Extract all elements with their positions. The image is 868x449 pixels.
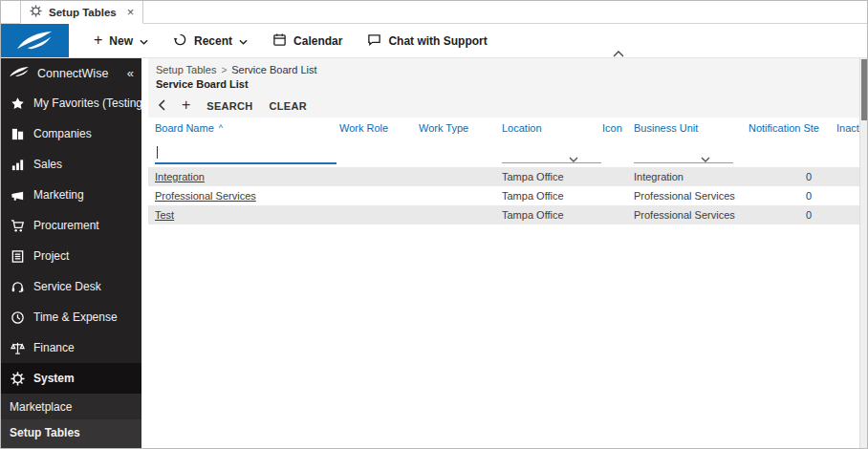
sidebar-item-label: Sales	[33, 158, 62, 171]
chevron-down-icon	[140, 34, 148, 48]
bar-chart-icon	[10, 158, 25, 172]
connectwise-icon	[9, 66, 30, 81]
breadcrumb-current: Service Board List	[231, 64, 316, 75]
sidebar-item-label: Service Desk	[33, 280, 101, 293]
sidebar-item-finance[interactable]: Finance	[0, 332, 141, 363]
scrollbar-thumb[interactable]	[861, 59, 868, 120]
sidebar-item-system[interactable]: System	[0, 363, 141, 394]
sidebar-item-marketplace[interactable]: Marketplace	[0, 394, 141, 419]
column-icon[interactable]: Icon	[602, 122, 634, 134]
text-caret	[157, 146, 158, 159]
board-link[interactable]: Integration	[155, 171, 205, 182]
location-filter-select[interactable]	[502, 142, 601, 163]
add-icon[interactable]: +	[182, 97, 190, 113]
column-business-unit[interactable]: Business Unit	[634, 122, 737, 134]
sidebar-filler	[0, 445, 141, 449]
cell-location: Tampa Office	[502, 190, 602, 202]
calendar-button[interactable]: Calendar	[272, 32, 342, 50]
table-row: Integration Tampa Office Integration 0	[148, 167, 859, 186]
sidebar-item-sales[interactable]: Sales	[0, 149, 141, 180]
chevron-down-icon	[239, 34, 248, 48]
cell-notification-steps: 0	[737, 209, 819, 221]
star-icon	[10, 96, 25, 111]
breadcrumb: Setup Tables > Service Board List	[148, 64, 859, 75]
board-name-filter-input[interactable]	[155, 141, 336, 164]
sidebar-item-procurement[interactable]: Procurement	[0, 210, 141, 241]
recent-label: Recent	[194, 34, 232, 48]
filter-row	[148, 139, 859, 167]
cart-icon	[10, 219, 25, 233]
scales-icon	[10, 341, 25, 355]
sidebar-item-marketing[interactable]: Marketing	[0, 180, 141, 210]
table-header: Board Name^ Work Role Work Type Location…	[148, 118, 859, 139]
calendar-label: Calendar	[293, 34, 342, 48]
sidebar-item-companies[interactable]: Companies	[0, 118, 141, 149]
clock-icon	[10, 310, 25, 325]
column-work-type[interactable]: Work Type	[419, 122, 502, 134]
sidebar-item-service-desk[interactable]: Service Desk	[0, 271, 141, 302]
browser-tabbar: Setup Tables ×	[0, 0, 868, 24]
collapse-sidebar-icon[interactable]: «	[127, 66, 134, 80]
headset-icon	[10, 280, 25, 294]
gear-icon	[10, 372, 25, 386]
clear-button[interactable]: CLEAR	[270, 100, 307, 112]
plus-icon: +	[94, 32, 102, 48]
content-header: Setup Tables > Service Board List Servic…	[148, 58, 859, 118]
cell-location: Tampa Office	[502, 171, 602, 182]
column-label: Board Name	[155, 122, 214, 134]
sidebar-brand-label: ConnectWise	[37, 67, 108, 80]
cell-notification-steps: 0	[737, 190, 819, 202]
sidebar-item-project[interactable]: Project	[0, 241, 141, 271]
chat-support-button[interactable]: Chat with Support	[367, 32, 487, 50]
sidebar-item-my-favorites[interactable]: My Favorites (Testing	[0, 88, 141, 118]
close-icon[interactable]: ×	[127, 5, 135, 19]
new-menu[interactable]: + New	[94, 33, 148, 49]
business-unit-filter-select[interactable]	[634, 142, 733, 163]
chevron-down-icon	[701, 149, 710, 166]
breadcrumb-setup-tables[interactable]: Setup Tables	[156, 64, 216, 75]
sidebar: ConnectWise « My Favorites (Testing Comp…	[0, 58, 141, 449]
recent-menu[interactable]: Recent	[173, 32, 248, 50]
megaphone-icon	[10, 188, 25, 203]
cell-business-unit: Professional Services	[634, 190, 737, 202]
breadcrumb-separator: >	[221, 65, 227, 75]
new-label: New	[109, 34, 133, 48]
column-inactive[interactable]: Inactive	[819, 122, 859, 134]
chat-label: Chat with Support	[388, 34, 487, 48]
column-work-role[interactable]: Work Role	[339, 122, 419, 134]
sort-asc-icon: ^	[219, 123, 223, 133]
sidebar-item-label: Setup Tables	[10, 426, 80, 439]
sidebar-item-label: Time & Expense	[33, 310, 118, 324]
sidebar-item-label: Procurement	[33, 219, 99, 232]
chevron-down-icon	[569, 149, 578, 166]
vertical-scrollbar[interactable]	[859, 58, 868, 449]
board-link[interactable]: Test	[155, 209, 174, 221]
top-toolbar: + New Recent Calendar Chat with Support	[0, 24, 868, 58]
column-board-name[interactable]: Board Name^	[148, 122, 339, 134]
sidebar-item-connectwise[interactable]: ConnectWise «	[0, 58, 141, 88]
history-icon	[173, 32, 187, 50]
column-location[interactable]: Location	[502, 122, 602, 134]
page-title: Service Board List	[148, 78, 859, 90]
collapse-header-chevron-icon[interactable]	[613, 44, 624, 61]
column-notification-steps[interactable]: Notification Steps	[737, 122, 819, 134]
gear-icon	[30, 5, 42, 19]
connectwise-logo[interactable]	[0, 24, 69, 57]
action-bar: + SEARCH CLEAR	[148, 94, 859, 118]
tab-setup-tables[interactable]: Setup Tables ×	[20, 0, 143, 24]
sidebar-item-setup-tables[interactable]: Setup Tables	[0, 419, 141, 445]
sidebar-item-time-expense[interactable]: Time & Expense	[0, 302, 141, 332]
board-link[interactable]: Professional Services	[155, 190, 256, 202]
sidebar-item-label: Finance	[33, 341, 75, 354]
content-area: Setup Tables > Service Board List Servic…	[148, 58, 859, 449]
search-button[interactable]: SEARCH	[206, 100, 252, 112]
table-row: Test Tampa Office Professional Services …	[148, 205, 859, 224]
chat-icon	[367, 32, 381, 50]
sidebar-item-label: Companies	[33, 127, 92, 140]
cell-location: Tampa Office	[502, 209, 602, 221]
back-icon[interactable]	[158, 97, 165, 115]
cell-notification-steps: 0	[737, 171, 819, 182]
table-row: Professional Services Tampa Office Profe…	[148, 186, 859, 205]
sidebar-item-label: Marketing	[33, 188, 84, 202]
app-window: Setup Tables × + New Recent Calendar	[0, 0, 868, 449]
